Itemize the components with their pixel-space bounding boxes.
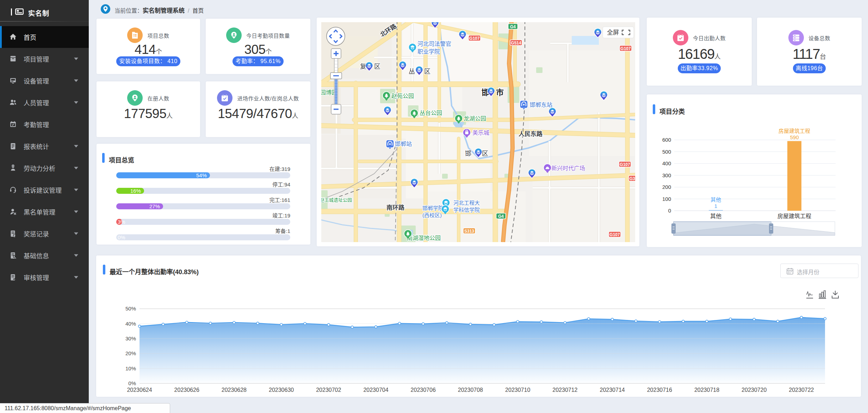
svg-text:其他: 其他: [711, 197, 721, 203]
svg-text:20230718: 20230718: [694, 387, 719, 393]
svg-text:30%: 30%: [125, 335, 136, 341]
svg-text:20230704: 20230704: [363, 387, 388, 393]
svg-text:20230624: 20230624: [127, 387, 152, 393]
svg-text:S313: S313: [464, 229, 474, 234]
svg-text:河北司法警官: 河北司法警官: [417, 41, 451, 47]
svg-text:其他: 其他: [710, 213, 721, 219]
svg-text:赵苑公园: 赵苑公园: [391, 93, 414, 99]
svg-text:南湖湿地公园: 南湖湿地公园: [407, 235, 441, 241]
svg-text:200: 200: [662, 184, 671, 190]
svg-text:20230720: 20230720: [742, 387, 767, 393]
svg-text:G4: G4: [510, 24, 516, 29]
svg-text:20230714: 20230714: [600, 387, 625, 393]
svg-text:G514: G514: [511, 41, 521, 45]
svg-text:10%: 10%: [125, 365, 136, 371]
svg-text:G30: G30: [630, 176, 635, 181]
svg-text:丛: 丛: [409, 68, 415, 75]
svg-text:区: 区: [424, 68, 430, 75]
svg-text:20230722: 20230722: [789, 387, 814, 393]
svg-text:赵王城遗址公园: 赵王城遗址公园: [321, 197, 352, 203]
svg-text:1: 1: [714, 203, 717, 209]
svg-text:600: 600: [662, 137, 671, 143]
svg-text:(西校区): (西校区): [422, 212, 442, 218]
svg-text:南环路: 南环路: [386, 204, 405, 211]
svg-text:20230630: 20230630: [269, 387, 294, 393]
svg-text:590: 590: [790, 134, 799, 140]
svg-text:美乐城: 美乐城: [472, 130, 489, 136]
svg-text:20230710: 20230710: [505, 387, 530, 393]
svg-text:0%: 0%: [128, 380, 136, 386]
svg-text:G107: G107: [620, 162, 630, 167]
svg-text:龙湖公园: 龙湖公园: [464, 116, 486, 122]
svg-text:500: 500: [662, 149, 671, 155]
svg-text:20%: 20%: [125, 350, 136, 356]
svg-text:G4: G4: [498, 214, 504, 219]
svg-text:人民东路: 人民东路: [519, 130, 543, 137]
svg-text:区: 区: [482, 150, 488, 157]
svg-text:400: 400: [662, 160, 671, 166]
svg-text:20230626: 20230626: [174, 387, 199, 393]
svg-text:20230706: 20230706: [411, 387, 436, 393]
svg-text:河北工程大: 河北工程大: [453, 200, 480, 206]
svg-text:20230702: 20230702: [316, 387, 341, 393]
svg-text:邯郸学院: 邯郸学院: [422, 205, 444, 211]
svg-text:G107: G107: [469, 36, 480, 41]
svg-text:复: 复: [360, 63, 366, 70]
svg-text:20230716: 20230716: [647, 387, 672, 393]
svg-text:区: 区: [374, 63, 380, 70]
svg-text:丛台公园: 丛台公园: [420, 110, 442, 116]
svg-text:50%: 50%: [125, 306, 136, 312]
svg-text:新兴时代广场: 新兴时代广场: [551, 165, 585, 171]
svg-text:20230712: 20230712: [552, 387, 577, 393]
svg-text:全屏: 全屏: [607, 29, 619, 36]
svg-text:房屋建筑工程: 房屋建筑工程: [779, 128, 810, 134]
svg-text:房屋建筑工程: 房屋建筑工程: [777, 213, 811, 219]
svg-text:100: 100: [662, 196, 671, 202]
svg-text:300: 300: [662, 172, 671, 178]
svg-text:0: 0: [668, 208, 671, 214]
svg-text:市: 市: [496, 88, 504, 97]
svg-text:职业学院: 职业学院: [417, 49, 440, 55]
svg-text:20230708: 20230708: [458, 387, 483, 393]
svg-text:G107: G107: [609, 232, 620, 237]
svg-text:20230628: 20230628: [222, 387, 247, 393]
svg-text:G107: G107: [620, 46, 631, 51]
svg-text:40%: 40%: [125, 321, 136, 327]
svg-text:邯郸站: 邯郸站: [395, 141, 412, 147]
svg-text:邯: 邯: [465, 150, 471, 157]
svg-text:邯郸东站: 邯郸东站: [530, 102, 552, 108]
svg-text:学科信学院: 学科信学院: [453, 207, 480, 213]
